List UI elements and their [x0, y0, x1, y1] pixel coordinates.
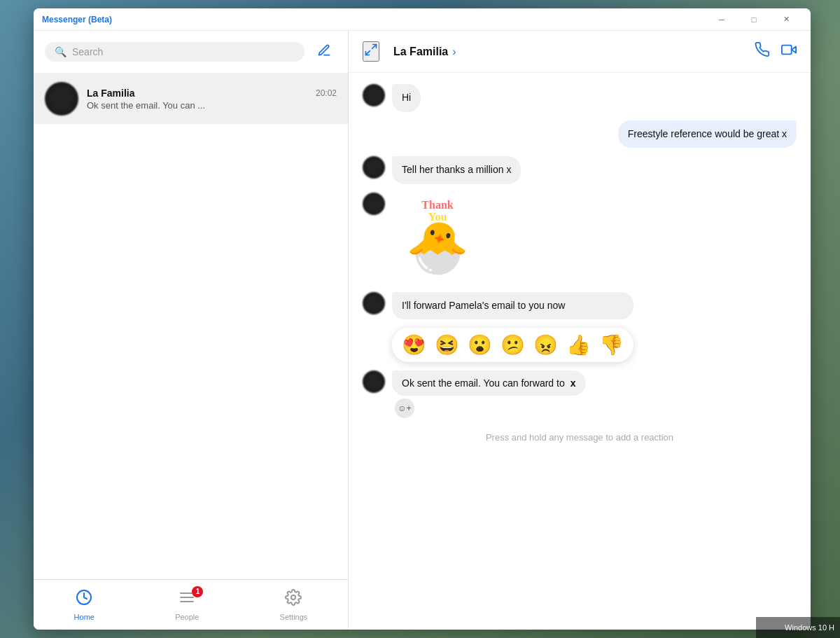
- avatar: [363, 84, 385, 106]
- window-controls: ─ □ ✕: [706, 8, 802, 31]
- chat-title-chevron: ›: [452, 46, 456, 58]
- taskbar: Windows 10 H: [756, 617, 840, 638]
- app-content: 🔍: [34, 31, 811, 630]
- reaction-sad[interactable]: 😕: [500, 333, 525, 356]
- conversation-info: La Familia 20:02 Ok sent the email. You …: [87, 88, 337, 111]
- home-icon: [76, 589, 92, 610]
- message-bubble-with-dismiss[interactable]: Ok sent the email. You can forward to x: [392, 370, 586, 396]
- message-row: Freestyle reference would be great x: [363, 120, 797, 148]
- message-bubble[interactable]: Tell her thanks a million x: [392, 156, 521, 184]
- sidebar: 🔍: [34, 31, 349, 630]
- compose-button[interactable]: [312, 39, 337, 64]
- nav-label-settings: Settings: [280, 613, 308, 621]
- add-reaction-icon: ☺+: [398, 403, 411, 413]
- reaction-angry[interactable]: 😠: [533, 333, 558, 356]
- messages-container: Hi Freestyle reference would be great x …: [349, 73, 811, 630]
- message-row: Tell her thanks a million x: [363, 156, 797, 184]
- svg-point-4: [291, 595, 295, 599]
- dismiss-button[interactable]: x: [570, 377, 576, 389]
- nav-label-people: People: [175, 613, 199, 621]
- chat-actions: [755, 42, 797, 61]
- message-bubble[interactable]: I'll forward Pamela's email to you now: [392, 292, 634, 320]
- app-title: Messenger (Beta): [42, 15, 706, 25]
- bottom-nav: Home 1 People: [34, 579, 348, 630]
- conversation-item[interactable]: La Familia 20:02 Ok sent the email. You …: [34, 74, 348, 124]
- video-call-button[interactable]: [781, 42, 797, 61]
- message-bubble[interactable]: Hi: [392, 84, 421, 112]
- message-text: Hi: [402, 92, 411, 103]
- reaction-thumbsdown[interactable]: 👎: [599, 333, 624, 356]
- search-icon: 🔍: [55, 46, 66, 57]
- search-input[interactable]: [72, 46, 295, 57]
- message-text: Freestyle reference would be great x: [628, 128, 787, 139]
- reaction-thumbsup[interactable]: 👍: [566, 333, 591, 356]
- settings-icon: [285, 589, 302, 610]
- chat-area: La Familia ›: [349, 31, 811, 630]
- nav-item-people[interactable]: 1 People: [161, 583, 213, 627]
- nav-label-home: Home: [74, 613, 94, 621]
- svg-line-5: [372, 45, 377, 49]
- add-reaction-button[interactable]: ☺+: [395, 398, 414, 418]
- sticker-message[interactable]: Thank You 🐣: [392, 193, 483, 284]
- conversation-name: La Familia: [87, 88, 134, 99]
- conversation-list: La Familia 20:02 Ok sent the email. You …: [34, 74, 348, 579]
- message-text: Ok sent the email. You can forward to: [402, 377, 565, 389]
- conversation-time: 20:02: [316, 88, 337, 98]
- nav-badge-people: 1: [192, 586, 203, 597]
- message-bubble[interactable]: Freestyle reference would be great x: [618, 120, 797, 148]
- reaction-laugh[interactable]: 😆: [435, 333, 459, 356]
- compose-icon: [317, 43, 331, 61]
- chat-title-name: La Familia: [393, 46, 448, 58]
- message-row: I'll forward Pamela's email to you now 😍…: [363, 292, 797, 363]
- message-row: Hi: [363, 84, 797, 112]
- avatar: [363, 292, 385, 314]
- maximize-button[interactable]: □: [738, 8, 770, 31]
- avatar: [363, 370, 385, 393]
- message-row-sticker: Thank You 🐣: [363, 193, 797, 284]
- conversation-preview: Ok sent the email. You can ...: [87, 100, 337, 111]
- expand-button[interactable]: [363, 41, 379, 62]
- reaction-hint: Press and hold any message to add a reac…: [363, 427, 797, 454]
- taskbar-text: Windows 10 H: [785, 623, 834, 632]
- voice-call-button[interactable]: [755, 42, 770, 61]
- minimize-button[interactable]: ─: [706, 8, 738, 31]
- svg-marker-7: [792, 46, 796, 53]
- close-button[interactable]: ✕: [770, 8, 802, 31]
- svg-line-6: [366, 51, 370, 55]
- nav-item-home[interactable]: Home: [60, 583, 108, 627]
- sidebar-header: 🔍: [34, 31, 348, 74]
- app-window: Messenger (Beta) ─ □ ✕ 🔍: [34, 8, 811, 630]
- nav-item-settings[interactable]: Settings: [266, 583, 322, 627]
- title-bar: Messenger (Beta) ─ □ ✕: [34, 8, 811, 31]
- search-bar[interactable]: 🔍: [45, 42, 304, 62]
- reaction-love[interactable]: 😍: [402, 333, 426, 356]
- message-text: Tell her thanks a million x: [402, 164, 511, 175]
- message-row: Ok sent the email. You can forward to x …: [363, 370, 797, 418]
- svg-rect-8: [782, 46, 792, 55]
- message-text: I'll forward Pamela's email to you now: [402, 300, 565, 311]
- avatar: [363, 156, 385, 179]
- avatar: [45, 82, 78, 116]
- avatar: [363, 193, 385, 215]
- reaction-wow[interactable]: 😮: [468, 333, 492, 356]
- chat-header: La Familia ›: [349, 31, 811, 73]
- reaction-bar: 😍 😆 😮 😕 😠 👍 👎: [392, 328, 634, 362]
- conversation-name-row: La Familia 20:02: [87, 88, 337, 99]
- chat-title[interactable]: La Familia ›: [393, 46, 746, 58]
